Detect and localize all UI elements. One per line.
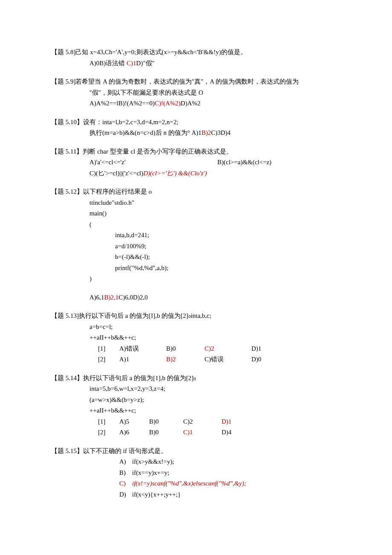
q514-r2-c: C)1 <box>183 427 222 438</box>
q513-title: 【题 5.13]执行以下语句后 a 的值为[I],b 的值为[2]₀inta,b… <box>51 311 345 322</box>
question-5-10: 【题 5.10】设有：inta=l,b=2,c=3,d=4,m=2,n=2; 执… <box>51 117 345 139</box>
q514-r1-b: B)0 <box>149 416 183 427</box>
question-5-15: 【题 5.15】以下不正确的 if 语句形式是。 A)if(x>y&&x!=y)… <box>51 446 345 500</box>
q515-b-text: if(x==y)x+=y; <box>132 468 169 479</box>
q514-r1-a: A)5 <box>119 416 149 427</box>
q59-opts-post: D)A%2 <box>181 100 201 107</box>
question-5-13: 【题 5.13]执行以下语句后 a 的值为[I],b 的值为[2]₀inta,b… <box>51 311 345 365</box>
q510-cont-red: B)2 <box>202 129 211 136</box>
q512-opts-pre: A)6,1 <box>89 294 104 301</box>
q514-r1: [1] A)5 B)0 C)2 D)1 <box>51 416 345 427</box>
q514-r2: [2] A)6 B)0 C)1 D)4 <box>51 427 345 438</box>
q513-r1: [1] A)错误 B)0 C)2 D)1 <box>51 343 345 355</box>
question-5-9: 【题 5.9]若希望当 A 的值为奇数时，表达式的值为"真"，A 的值为偶数时，… <box>51 76 345 109</box>
q511-a: A)'a'<=cl<='z' <box>89 157 217 168</box>
q510-title: 【题 5.10】设有：inta=l,b=2,c=3,d=4,m=2,n=2; <box>51 117 345 128</box>
label-a: A) <box>119 456 132 468</box>
q511-row1: A)'a'<=cl<='z' B)(cl>=a)&&(cl<=z) <box>51 157 345 168</box>
q513-l1: a=b=c=l; <box>51 322 345 333</box>
q511-b: B)(cl>=a)&&(cl<=z) <box>217 157 271 168</box>
q515-list: A)if(x>y&&x!=y); B)if(x==y)x+=y; C)if(x!… <box>51 456 345 500</box>
q510-cont-pre: 执行(m=a>b)&&(n=c>d)后 n 的值为° A)1 <box>89 129 202 136</box>
question-5-14: 【题 5.14】执行以下语句后 a 的值为[1],b 的值为[2]₀ inta=… <box>51 373 345 438</box>
q514-l1: inta=5,b=6,w=l,x=2,y=3,z=4; <box>51 384 345 395</box>
q513-r2-d: D)0 <box>251 354 261 365</box>
q512-code2-2: b=(-l)&&(-l); <box>51 252 345 263</box>
q513-r1-c: C)2 <box>205 343 251 355</box>
q514-title: 【题 5.14】执行以下语句后 a 的值为[1],b 的值为[2]₀ <box>51 373 345 384</box>
q513-r2-a: A)1 <box>119 354 166 365</box>
q511-title: 【题 5.11】判断 char 型变量 cl 是否为小写字母的正确表达式是。 <box>51 146 345 157</box>
q513-r2-b: B)2 <box>166 354 205 365</box>
q59-cont: "假"，则以下不能漏足要求的表达式是 O <box>51 87 345 99</box>
q59-options: A)A%2==lB)!(A%2==0)C)!(A%2)D)A%2 <box>51 98 345 109</box>
q511-c-pre: C)(匕'>=cl)||('z'<=cl) <box>89 168 143 179</box>
q510-cont: 执行(m=a>b)&&(n=c>d)后 n 的值为° A)1B)2C)3D)4 <box>51 128 345 139</box>
q512-opts-red: B)2,1 <box>104 294 119 301</box>
q515-title: 【题 5.15】以下不正确的 if 语句形式是。 <box>51 446 345 457</box>
q58-options: A)0B)语法错 C)1D)"假" <box>51 58 345 69</box>
q514-l3: ++aII++b&&++c; <box>51 405 345 416</box>
q512-options: A)6,1B)2,1C)6,0D)2,0 <box>51 292 345 303</box>
q512-code2-1: a=d/100%9; <box>51 241 345 252</box>
q514-r2-idx: [2] <box>98 427 119 438</box>
question-5-11: 【题 5.11】判断 char 型变量 cl 是否为小写字母的正确表达式是。 A… <box>51 146 345 179</box>
q514-r1-c: C)2 <box>183 416 222 427</box>
q513-r2: [2] A)1 B)2 C)错误 D)0 <box>51 354 345 365</box>
q514-r2-a: A)6 <box>119 427 149 438</box>
q515-c: C)if(x!=y)scanf("%d",&x)elsescanf("%d",&… <box>119 478 345 489</box>
q512-code2-0: inta,b,d=241; <box>51 230 345 241</box>
q513-l2: ++aII++b&&++c; <box>51 332 345 343</box>
label-c: C) <box>119 478 132 489</box>
q514-r2-d: D)4 <box>222 427 231 438</box>
q512-code-0: ttinclude"stdio.h" <box>51 198 345 209</box>
q515-a: A)if(x>y&&x!=y); <box>119 456 345 468</box>
q513-r1-b: B)0 <box>166 343 205 355</box>
q515-b: B)if(x==y)x+=y; <box>119 468 345 479</box>
q511-row2: C)(匕'>=cl)||('z'<=cl)D)(cl>='匕') &&(Clo'… <box>51 168 345 179</box>
q515-d: D)if(x<y){x++;y++;} <box>119 489 345 500</box>
q512-code2-3: printf("%d,%d",a,b); <box>51 263 345 274</box>
question-5-8: 【题 5.8]己知 x=43,Ch='A',y=0;则表达式(x>=y&&ch<… <box>51 47 345 69</box>
q59-opts-red: C)!(A%2) <box>155 100 181 107</box>
q514-r2-b: B)0 <box>149 427 183 438</box>
q510-cont-post: C)3D)4 <box>211 129 231 136</box>
q513-r1-a: A)错误 <box>119 343 166 355</box>
label-d: D) <box>119 489 132 500</box>
q59-title: 【题 5.9]若希望当 A 的值为奇数时，表达式的值为"真"，A 的值为偶数时，… <box>51 76 345 87</box>
spacer <box>51 285 345 292</box>
q512-opts-post: C)6,0D)2,0 <box>118 294 147 301</box>
q512-code-end: ) <box>51 273 345 285</box>
label-b: B) <box>119 468 132 479</box>
q513-r1-idx: [1] <box>98 343 119 355</box>
q513-r2-c: C)错误 <box>205 354 251 365</box>
q515-d-text: if(x<y){x++;y++;} <box>132 489 181 500</box>
question-5-12: 【题 5.12】以下程序的运行结果是 o ttinclude"stdio.h" … <box>51 186 345 303</box>
q511-c-red: D)(cl>='匕') &&(Clo'z') <box>143 168 207 179</box>
q515-a-text: if(x>y&&x!=y); <box>132 456 174 468</box>
q513-r1-d: D)1 <box>251 343 261 355</box>
q513-r2-idx: [2] <box>98 354 119 365</box>
q512-title: 【题 5.12】以下程序的运行结果是 o <box>51 186 345 198</box>
q515-c-text: if(x!=y)scanf("%d",&x)elsescanf("%d",&y)… <box>132 478 246 489</box>
q59-opts-pre: A)A%2==lB)!(A%2==0) <box>89 100 155 107</box>
q58-opts-post: D)"假" <box>136 60 155 67</box>
q512-code-2: ( <box>51 219 345 230</box>
q58-title: 【题 5.8]己知 x=43,Ch='A',y=0;则表达式(x>=y&&ch<… <box>51 47 345 58</box>
q514-l2: (a=w>x)&&(b=y>z); <box>51 395 345 406</box>
q512-code-1: main() <box>51 208 345 219</box>
q58-opts-red: C)1 <box>127 60 136 67</box>
q514-r1-d: D)1 <box>222 416 231 427</box>
q514-r1-idx: [1] <box>98 416 119 427</box>
q58-opts-pre: A)0B)语法错 <box>89 60 127 67</box>
